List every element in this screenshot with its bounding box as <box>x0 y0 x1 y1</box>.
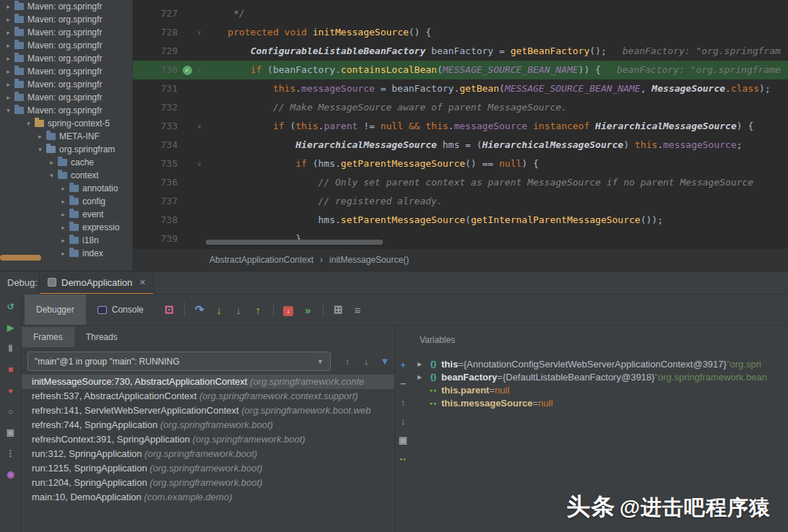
breadcrumb-method[interactable]: initMessageSource() <box>329 255 409 265</box>
variable-row[interactable]: ●●this.messageSource = null <box>411 396 788 409</box>
fold-icon[interactable]: ∨ <box>194 23 205 42</box>
chevron-right-icon[interactable]: ▸ <box>59 211 68 218</box>
step-into-icon[interactable]: ↓ <box>209 304 229 316</box>
stop-icon[interactable]: ■ <box>3 362 19 377</box>
variable-row[interactable]: ●●this.parent = null <box>411 383 788 396</box>
add-watch-icon[interactable]: + <box>400 360 406 370</box>
variable-row[interactable]: ▶{}beanFactory = {DefaultListableBeanFac… <box>411 370 788 383</box>
tree-item[interactable]: ▾spring-context-5 <box>0 117 132 130</box>
tree-horizontal-scrollbar[interactable] <box>0 255 41 261</box>
chevron-down-icon[interactable]: ▾ <box>4 107 13 114</box>
line-number[interactable]: 730 <box>133 61 181 79</box>
line-number[interactable]: 736 <box>133 173 181 192</box>
tree-item[interactable]: ▸Maven: org.springfr <box>0 91 132 104</box>
chevron-right-icon[interactable]: ▸ <box>4 55 13 62</box>
force-step-into-icon[interactable]: ↓ <box>229 304 248 316</box>
tree-item[interactable]: ▸annotatio <box>0 182 132 195</box>
tree-item[interactable]: ▾context <box>0 169 132 182</box>
chevron-right-icon[interactable]: ▸ <box>4 68 13 75</box>
view-breakpoints-icon[interactable]: ● <box>3 383 19 398</box>
chevron-right-icon[interactable]: ▸ <box>4 3 13 10</box>
tree-item[interactable]: ▸cache <box>0 156 132 169</box>
code-editor[interactable]: 727 */728∨ protected void initMessageSou… <box>133 0 788 248</box>
tree-item[interactable]: ▸Maven: org.springfr <box>0 26 132 39</box>
editor-horizontal-scrollbar[interactable] <box>206 240 383 245</box>
line-number[interactable]: 739 <box>133 230 181 248</box>
stack-frame-row[interactable]: run:1215, SpringApplication (org.springf… <box>22 461 394 476</box>
variable-row[interactable]: ▶{}this = {AnnotationConfigServletWebSer… <box>411 357 788 370</box>
chevron-right-icon[interactable]: ▸ <box>47 159 56 166</box>
chevron-right-icon[interactable]: ▸ <box>59 250 68 257</box>
step-over-icon[interactable]: ↷ <box>190 303 209 316</box>
tree-item[interactable]: ▸i18n <box>0 234 132 247</box>
copy-stack-icon[interactable]: ▣ <box>399 435 407 445</box>
thread-dump-icon[interactable]: ▣ <box>3 425 19 440</box>
stack-frame-row[interactable]: refresh:141, ServletWebServerApplication… <box>22 404 394 418</box>
tab-debugger[interactable]: Debugger <box>25 295 86 326</box>
step-out-icon[interactable]: ↑ <box>248 304 268 316</box>
stack-frame-row[interactable]: refreshContext:391, SpringApplication (o… <box>22 432 394 447</box>
stack-frame-row[interactable]: initMessageSource:730, AbstractApplicati… <box>22 375 394 389</box>
tree-item[interactable]: ▸Maven: org.springfr <box>0 65 132 78</box>
thread-selector[interactable]: "main"@1 in group "main": RUNNING ▼ <box>27 352 331 371</box>
chevron-right-icon[interactable]: ▸ <box>35 133 45 140</box>
line-number[interactable]: 738 <box>133 211 181 230</box>
line-number[interactable]: 729 <box>133 42 181 61</box>
tree-item[interactable]: ▸Maven: org.springfr <box>0 52 132 65</box>
fold-icon[interactable]: ∨ <box>194 154 205 173</box>
tree-item[interactable]: ▸Maven: org.springfr <box>0 13 132 26</box>
line-number[interactable]: 728 <box>133 23 181 42</box>
filter-icon[interactable]: ▼ <box>376 356 394 367</box>
chevron-right-icon[interactable]: ▸ <box>4 42 13 49</box>
breadcrumb-class[interactable]: AbstractApplicationContext <box>209 255 313 265</box>
chevron-down-icon[interactable]: ▾ <box>35 146 45 153</box>
stack-frame-row[interactable]: run:312, SpringApplication (org.springfr… <box>22 447 394 461</box>
tree-item[interactable]: ▸Maven: org.springfr <box>0 0 132 13</box>
pin-icon[interactable]: ◉ <box>3 467 19 481</box>
previous-frame-icon[interactable]: ↑ <box>401 398 406 408</box>
chevron-right-icon[interactable]: ▸ <box>4 94 13 101</box>
frame-down-icon[interactable]: ↓ <box>357 356 376 367</box>
tree-item[interactable]: ▸event <box>0 208 132 221</box>
more-options-icon[interactable]: ⋮ <box>3 446 19 461</box>
chevron-right-icon[interactable]: ▶ <box>414 361 425 367</box>
fold-icon[interactable]: ∨ <box>194 61 205 79</box>
chevron-right-icon[interactable]: ▸ <box>59 185 68 192</box>
stack-frame-row[interactable]: run:1204, SpringApplication (org.springf… <box>22 476 394 490</box>
line-number[interactable]: 733 <box>133 117 181 136</box>
stack-frame-row[interactable]: main:10, DemoApplication (com.example.de… <box>22 490 394 505</box>
rerun-icon[interactable]: ↺ <box>3 300 19 314</box>
chevron-right-icon[interactable]: ▸ <box>4 81 13 88</box>
debug-session-tab[interactable]: DemoApplication × <box>39 271 154 295</box>
chevron-right-icon[interactable]: ▶ <box>414 374 425 380</box>
line-number[interactable]: 732 <box>133 98 181 117</box>
run-to-cursor-icon[interactable]: ↓ <box>279 303 298 316</box>
line-number[interactable]: 737 <box>133 192 181 211</box>
tree-item[interactable]: ▸Maven: org.springfr <box>0 39 132 52</box>
chevron-right-icon[interactable]: ▸ <box>59 224 68 231</box>
resume-icon[interactable]: ▶ <box>3 320 19 335</box>
chevron-down-icon[interactable]: ▾ <box>24 120 33 127</box>
remove-watch-icon[interactable]: − <box>400 379 406 389</box>
chevron-right-icon[interactable]: ▸ <box>4 29 13 36</box>
tree-item[interactable]: ▸expressio <box>0 221 132 234</box>
layout-settings-icon[interactable]: ≡ <box>348 304 368 316</box>
tree-item[interactable]: ▸Maven: org.springfr <box>0 78 132 91</box>
evaluate-expression-icon[interactable]: ⊞ <box>329 303 348 316</box>
frame-up-icon[interactable]: ↑ <box>338 356 357 367</box>
close-icon[interactable]: × <box>139 276 145 288</box>
chevron-right-icon[interactable]: ▸ <box>4 16 13 23</box>
tree-item[interactable]: ▸META-INF <box>0 130 132 143</box>
tab-console[interactable]: Console <box>86 295 155 326</box>
chevron-right-icon[interactable]: ▸ <box>59 198 68 205</box>
fold-icon[interactable]: ∨ <box>194 117 205 136</box>
stack-frame-row[interactable]: refresh:537, AbstractApplicationContext … <box>22 389 394 404</box>
pause-icon[interactable]: Ⅱ <box>3 341 19 356</box>
show-execution-point-icon[interactable]: ⊡ <box>160 303 179 316</box>
watches-icon[interactable]: ●● <box>399 454 406 464</box>
line-number[interactable]: 731 <box>133 79 181 98</box>
line-number[interactable]: 735 <box>133 154 181 173</box>
mute-breakpoints-icon[interactable]: ○ <box>3 404 19 419</box>
force-run-to-cursor-icon[interactable]: » <box>298 304 318 316</box>
line-number[interactable]: 727 <box>133 4 181 23</box>
